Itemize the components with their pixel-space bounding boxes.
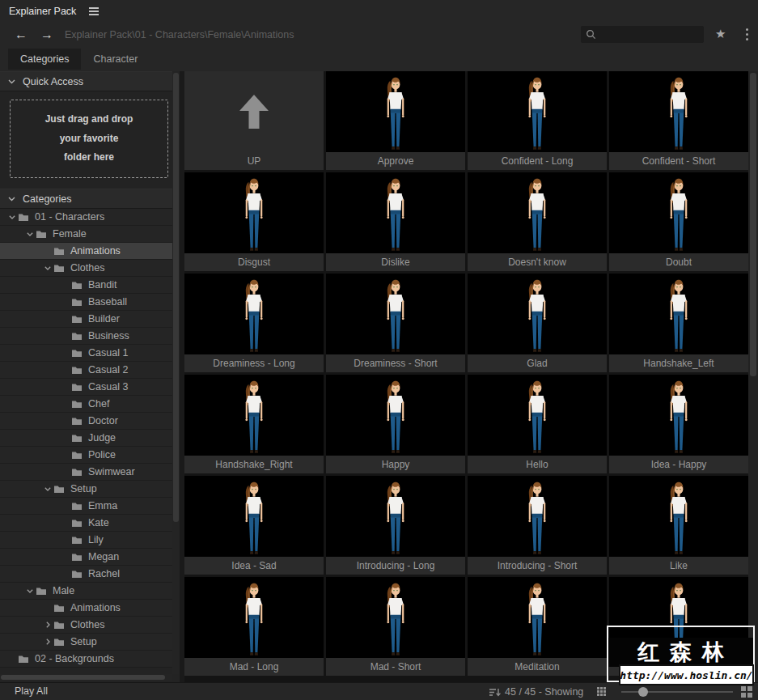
tree-item-label: Clothes <box>70 262 104 274</box>
grid-vertical-scrollbar[interactable] <box>748 71 758 682</box>
grid-item[interactable]: Doesn't know <box>468 172 607 271</box>
tree-item-setup[interactable]: Setup <box>0 634 180 651</box>
tree-item-builder[interactable]: Builder <box>0 311 180 328</box>
tree-item-chef[interactable]: Chef <box>0 396 180 413</box>
tree-item-label: Casual 1 <box>88 347 128 358</box>
grid-item[interactable]: Idea - Happy <box>609 375 748 473</box>
chevron-down-icon[interactable] <box>27 589 33 593</box>
grid-item[interactable]: Idea - Sad <box>184 476 324 575</box>
tree-item-doctor[interactable]: Doctor <box>0 413 180 430</box>
tree-item-clothes[interactable]: Clothes <box>0 260 180 277</box>
tree-item-business[interactable]: Business <box>0 328 180 345</box>
tree-item-02-backgrounds[interactable]: 02 - Backgrounds <box>0 651 180 668</box>
grid-item[interactable]: Handshake_Right <box>184 375 324 473</box>
more-options-icon[interactable] <box>743 27 752 42</box>
tab-categories[interactable]: Categories <box>8 49 81 70</box>
search-box[interactable] <box>581 26 704 43</box>
tab-bar: Categories Character <box>0 47 758 71</box>
thumbnail-size-slider[interactable] <box>621 691 733 693</box>
sidebar-vertical-scrollbar[interactable] <box>172 71 180 674</box>
quick-access-header[interactable]: Quick Access <box>0 71 180 91</box>
grid-item-label: Handshake_Left <box>609 354 748 372</box>
sort-icon[interactable] <box>489 688 501 697</box>
favorites-star-icon[interactable]: ★ <box>715 27 726 41</box>
tree-item-judge[interactable]: Judge <box>0 430 180 447</box>
hamburger-menu-icon[interactable] <box>89 7 99 15</box>
tree-item-swimwear[interactable]: Swimwear <box>0 464 180 481</box>
categories-header[interactable]: Categories <box>0 189 180 209</box>
grid-item[interactable]: Mad - Long <box>184 577 324 676</box>
tree-item-rachel[interactable]: Rachel <box>0 566 180 583</box>
chevron-down-icon[interactable] <box>9 215 15 219</box>
grid-item[interactable]: Dreaminess - Short <box>326 274 465 372</box>
sidebar-horizontal-scrollbar[interactable] <box>0 674 172 681</box>
quick-access-title: Quick Access <box>23 76 83 87</box>
tree-item-baseball[interactable]: Baseball <box>0 294 180 311</box>
grid-item[interactable]: Introducing - Long <box>326 476 465 575</box>
grid-item[interactable]: Dislike <box>326 172 465 271</box>
grid-item[interactable]: Dreaminess - Long <box>184 274 324 372</box>
tree-item-animations[interactable]: Animations <box>0 600 180 617</box>
character-figure <box>514 580 561 658</box>
grid-item[interactable]: Hello <box>468 375 607 473</box>
favorites-drop-zone[interactable]: Just drag and dropyour favoritefolder he… <box>10 100 168 178</box>
animation-thumbnail <box>609 172 748 253</box>
tab-character[interactable]: Character <box>81 49 150 70</box>
small-thumbnails-icon[interactable] <box>597 687 606 696</box>
tree-item-male[interactable]: Male <box>0 583 180 600</box>
grid-item[interactable]: Doubt <box>609 172 748 271</box>
animation-thumbnail <box>326 577 465 658</box>
character-figure <box>372 74 419 152</box>
folder-icon <box>71 553 83 562</box>
drop-zone-text-line: your favorite <box>60 129 119 148</box>
tree-item-casual-2[interactable]: Casual 2 <box>0 362 180 379</box>
chevron-right-icon[interactable] <box>46 622 50 628</box>
tree-item-label: Clothes <box>70 619 104 630</box>
grid-item[interactable]: Confident - Short <box>609 71 748 170</box>
character-figure <box>514 378 561 456</box>
large-thumbnails-icon[interactable] <box>741 686 752 698</box>
grid-item[interactable]: Mad - Short <box>326 577 465 676</box>
navigation-bar: ← → Explainer Pack\01 - Characters\Femal… <box>0 22 758 47</box>
chevron-right-icon[interactable] <box>46 638 50 645</box>
grid-item[interactable]: Happy <box>326 375 465 473</box>
tree-item-animations[interactable]: Animations <box>0 243 180 260</box>
grid-item[interactable]: Disgust <box>184 172 324 271</box>
tree-item-casual-1[interactable]: Casual 1 <box>0 345 180 362</box>
tree-item-01-characters[interactable]: 01 - Characters <box>0 209 180 226</box>
grid-item-label: Like <box>609 557 748 575</box>
tree-item-label: Rachel <box>88 568 120 579</box>
tree-item-emma[interactable]: Emma <box>0 498 180 515</box>
slider-thumb[interactable] <box>638 687 648 697</box>
tree-item-female[interactable]: Female <box>0 226 180 243</box>
grid-item[interactable]: Approve <box>326 71 465 170</box>
tree-item-clothes[interactable]: Clothes <box>0 617 180 634</box>
grid-item-up[interactable]: UP <box>184 71 324 170</box>
chevron-down-icon[interactable] <box>44 266 51 270</box>
tree-item-label: Kate <box>88 517 109 528</box>
grid-item[interactable]: Handshake_Left <box>609 274 748 372</box>
tree-item-label: Animations <box>70 245 121 257</box>
tree-item-label: Judge <box>88 432 116 443</box>
play-all-button[interactable]: Play All <box>15 685 48 697</box>
grid-item[interactable]: Introducing - Short <box>468 476 607 575</box>
tree-item-police[interactable]: Police <box>0 447 180 464</box>
tree-item-casual-3[interactable]: Casual 3 <box>0 379 180 396</box>
sidebar: Quick Access Just drag and dropyour favo… <box>0 71 180 682</box>
grid-item-label: Glad <box>468 354 607 372</box>
tree-item-bandit[interactable]: Bandit <box>0 277 180 294</box>
grid-item[interactable]: Like <box>609 476 748 575</box>
chevron-down-icon[interactable] <box>27 232 33 236</box>
tree-item-kate[interactable]: Kate <box>0 515 180 532</box>
grid-item[interactable]: Meditation <box>468 577 607 676</box>
grid-item[interactable]: Glad <box>468 274 607 372</box>
tree-item-lily[interactable]: Lily <box>0 532 180 549</box>
grid-item[interactable]: Confident - Long <box>468 71 607 170</box>
back-arrow-icon[interactable]: ← <box>15 28 28 41</box>
tree-item-megan[interactable]: Megan <box>0 549 180 566</box>
search-input[interactable] <box>596 29 693 40</box>
chevron-down-icon[interactable] <box>44 487 51 491</box>
forward-arrow-icon[interactable]: → <box>40 28 53 41</box>
tree-item-setup[interactable]: Setup <box>0 481 180 498</box>
categories-title: Categories <box>23 193 71 205</box>
